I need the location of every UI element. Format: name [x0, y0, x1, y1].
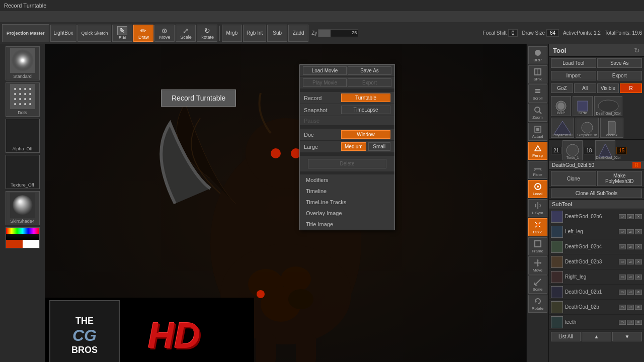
brush-standard[interactable]: Standard — [6, 46, 40, 80]
play-movie-btn[interactable]: Play Movie — [303, 78, 347, 87]
collapse-icon[interactable]: ↻ — [634, 46, 640, 54]
subtool-toggle[interactable]: ⬭ — [619, 259, 626, 264]
subtool-item[interactable]: Right_leg ⬭ ⊿ ✕ — [549, 269, 644, 285]
clone-btn[interactable]: Clone — [551, 171, 596, 186]
subtool-brush[interactable]: ⊿ — [627, 229, 634, 234]
move-btn[interactable]: ⊕ Move — [154, 25, 175, 42]
scale-btn[interactable]: ⤢ Scale — [176, 25, 196, 42]
subtool-item[interactable]: DeathGod_02b6 ⬭ ⊿ ✕ — [549, 209, 644, 224]
actual-btn[interactable]: Actual — [528, 123, 547, 141]
subtool-down-btn[interactable]: ▼ — [612, 332, 642, 341]
thumb-spix[interactable]: SPix — [573, 96, 593, 116]
sub-btn[interactable]: Sub — [267, 25, 287, 42]
persp-btn[interactable]: Persp — [528, 142, 547, 160]
rotate-icon-btn[interactable]: Rotate — [528, 295, 547, 313]
rxyz-btn[interactable]: rXYZ — [528, 218, 547, 236]
subtool-delete[interactable]: ✕ — [635, 275, 642, 280]
medium-btn[interactable]: Medium — [341, 142, 366, 151]
thumb-torso[interactable]: Torso_1 — [562, 140, 583, 160]
subtool-toggle[interactable]: ⬭ — [619, 290, 626, 295]
scroll-btn[interactable]: Scroll — [528, 84, 547, 103]
focal-shift-value[interactable]: 0 — [508, 29, 518, 37]
subtool-brush[interactable]: ⊿ — [627, 275, 634, 280]
canvas-area[interactable]: Record Turntable THE CG BROS HD Load Mov… — [45, 44, 526, 362]
brush-skinshade4[interactable]: SkinShade4 — [6, 191, 40, 225]
make-polymesh-btn[interactable]: Make PolyMesh3D — [597, 171, 642, 186]
subtool-delete[interactable]: ✕ — [635, 259, 642, 264]
subtool-item[interactable]: teeth ⬭ ⊿ ✕ — [549, 315, 644, 330]
delete-btn[interactable]: Delete — [308, 159, 386, 168]
subtool-delete[interactable]: ✕ — [635, 229, 642, 234]
subtool-toggle[interactable]: ⬭ — [619, 305, 626, 310]
color-picker[interactable] — [6, 227, 40, 248]
subtool-item[interactable]: Left_leg ⬭ ⊿ ✕ — [549, 224, 644, 239]
subtool-brush[interactable]: ⊿ — [627, 214, 634, 219]
brush-alpha-off[interactable]: Alpha_Off — [6, 119, 40, 153]
title-image-item[interactable]: Title Image — [300, 219, 394, 230]
r-btn[interactable]: R — [620, 83, 642, 93]
spix-btn[interactable]: SPix — [528, 65, 547, 83]
frame-btn[interactable]: Frame — [528, 237, 547, 255]
brp-btn[interactable]: BRP — [528, 46, 547, 64]
goz-btn[interactable]: GoZ — [551, 83, 573, 93]
subtool-toggle[interactable]: ⬭ — [619, 244, 626, 249]
timelapse-btn[interactable]: TimeLapse — [341, 106, 390, 114]
subtool-item[interactable]: DeathGod_02b ⬭ ⊿ ✕ — [549, 300, 644, 315]
subtool-item[interactable]: DeathGod_02b1 ⬭ ⊿ ✕ — [549, 285, 644, 300]
subtool-toggle[interactable]: ⬭ — [619, 229, 626, 234]
small-btn[interactable]: Small — [368, 142, 390, 151]
subtool-brush[interactable]: ⊿ — [627, 259, 634, 264]
thumb-brp[interactable]: BRP — [551, 96, 571, 116]
clone-all-subtools-btn[interactable]: Clone All SubTools — [551, 189, 642, 198]
list-all-btn[interactable]: List All — [551, 332, 581, 341]
subtool-brush[interactable]: ⊿ — [627, 290, 634, 295]
thumb-polymesh[interactable]: PolyMesh3D — [551, 118, 574, 138]
subtool-delete[interactable]: ✕ — [635, 305, 642, 310]
subtool-brush[interactable]: ⊿ — [627, 305, 634, 310]
subtool-toggle[interactable]: ⬭ — [619, 320, 626, 325]
export-tool-btn[interactable]: Export — [597, 71, 642, 80]
mrgb-btn[interactable]: Mrgb — [222, 25, 242, 42]
thumb-mesh1[interactable]: DeathGod_02bl — [594, 96, 622, 116]
rotate-btn[interactable]: ↻ Rotate — [197, 25, 217, 42]
edit-btn[interactable]: ✎ Edit — [112, 25, 132, 42]
scale-icon-btn[interactable]: Scale — [528, 276, 547, 294]
load-tool-btn[interactable]: Load Tool — [551, 58, 596, 68]
subtool-item[interactable]: DeathGod_02b3 ⬭ ⊿ ✕ — [549, 254, 644, 269]
timeline-tracks-item[interactable]: TimeLine Tracks — [300, 197, 394, 208]
subtool-up-btn[interactable]: ▲ — [582, 332, 611, 341]
floor-btn[interactable]: Floor — [528, 161, 547, 179]
intensity-slider[interactable]: 25 — [318, 29, 358, 37]
thumb-simplebrush[interactable]: SimpleBrush — [576, 118, 599, 138]
rgb-int-btn[interactable]: Rgb Int — [243, 25, 266, 42]
modifiers-item[interactable]: Modifiers — [300, 174, 394, 186]
subtool-delete[interactable]: ✕ — [635, 290, 642, 295]
thumb-deathgod2bl2[interactable]: DeathGod_02bl — [595, 140, 615, 160]
all-btn[interactable]: All — [574, 83, 596, 93]
subtool-delete[interactable]: ✕ — [635, 320, 642, 325]
subtool-item[interactable]: DeathGod_02b4 ⬭ ⊿ ✕ — [549, 239, 644, 254]
turntable-btn[interactable]: Turntable — [341, 94, 390, 102]
subtool-delete[interactable]: ✕ — [635, 244, 642, 249]
thumb-obelisk[interactable]: obelisk — [600, 118, 623, 138]
zadd-btn[interactable]: Zadd — [288, 25, 308, 42]
subtool-toggle[interactable]: ⬭ — [619, 275, 626, 280]
timeline-item[interactable]: Timeline — [300, 186, 394, 197]
export-btn[interactable]: Export — [348, 78, 391, 87]
projection-master-btn[interactable]: Projection Master — [2, 24, 49, 42]
local-btn[interactable]: Local — [528, 180, 547, 198]
overlay-image-item[interactable]: Overlay Image — [300, 208, 394, 219]
lightbox-btn[interactable]: LightBox — [50, 25, 77, 42]
draw-btn[interactable]: ✏ Draw — [133, 25, 153, 42]
move-icon-btn[interactable]: Move — [528, 256, 547, 275]
draw-size-value[interactable]: 64 — [546, 29, 559, 37]
save-as-tool-btn[interactable]: Save As — [597, 58, 642, 68]
subtool-toggle[interactable]: ⬭ — [619, 214, 626, 219]
brush-texture-off[interactable]: Texture_Off — [6, 155, 40, 189]
window-btn[interactable]: Window — [341, 130, 390, 139]
save-as-btn[interactable]: Save As — [348, 66, 391, 75]
quick-sketch-btn[interactable]: Quick Sketch — [77, 25, 111, 42]
brush-dots[interactable]: Dots — [6, 82, 40, 117]
lsym-btn[interactable]: L Sym — [528, 199, 547, 217]
subtool-brush[interactable]: ⊿ — [627, 320, 634, 325]
